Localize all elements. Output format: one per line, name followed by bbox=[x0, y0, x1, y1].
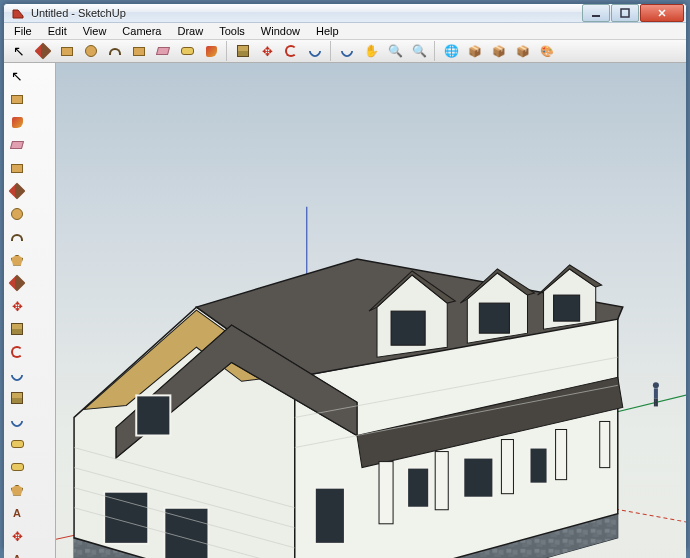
svg-point-23 bbox=[653, 382, 659, 388]
menu-edit[interactable]: Edit bbox=[40, 23, 75, 39]
follow-me-button[interactable] bbox=[6, 364, 28, 386]
svg-rect-0 bbox=[592, 15, 600, 17]
tape-icon bbox=[11, 463, 24, 471]
menu-draw[interactable]: Draw bbox=[169, 23, 211, 39]
menu-file[interactable]: File bbox=[6, 23, 40, 39]
box-icon: 📦 bbox=[468, 45, 482, 58]
rectangle-icon bbox=[61, 47, 73, 56]
svg-rect-14 bbox=[407, 468, 429, 508]
globe-icon: 🌐 bbox=[444, 44, 459, 58]
scale-button[interactable] bbox=[6, 387, 28, 409]
menu-tools[interactable]: Tools bbox=[211, 23, 253, 39]
3d-text-button[interactable]: A bbox=[6, 548, 28, 558]
svg-rect-16 bbox=[530, 448, 548, 484]
offset-button[interactable] bbox=[6, 410, 28, 432]
window-controls bbox=[581, 4, 684, 22]
rectangle-button[interactable] bbox=[6, 157, 28, 179]
cursor-icon: ↖ bbox=[11, 68, 23, 84]
make-component-button[interactable] bbox=[128, 40, 150, 62]
dimension-button[interactable] bbox=[6, 456, 28, 478]
get-models-button[interactable]: 📦 bbox=[464, 40, 486, 62]
line-button[interactable] bbox=[6, 180, 28, 202]
window-title: Untitled - SketchUp bbox=[31, 7, 581, 19]
zoom-button[interactable]: 🔍 bbox=[384, 40, 406, 62]
line-button[interactable] bbox=[32, 40, 54, 62]
rotate-icon bbox=[285, 45, 297, 57]
eraser-button[interactable] bbox=[152, 40, 174, 62]
make-component-button[interactable] bbox=[6, 88, 28, 110]
content-area: ↖✥A✥A✋🔍🔍↖🔍🚶👁🚶 bbox=[4, 63, 686, 558]
canvas-svg bbox=[56, 63, 686, 558]
svg-rect-13 bbox=[315, 488, 345, 544]
add-location-button[interactable]: 🌐 bbox=[440, 40, 462, 62]
model-viewport[interactable]: SnapFiles bbox=[56, 63, 686, 558]
paint-bucket-button[interactable] bbox=[200, 40, 222, 62]
arc-button[interactable] bbox=[6, 226, 28, 248]
svg-rect-4 bbox=[501, 440, 513, 494]
offset-button[interactable] bbox=[304, 40, 326, 62]
titlebar: Untitled - SketchUp bbox=[4, 4, 686, 23]
arc-button[interactable] bbox=[104, 40, 126, 62]
rotate-button[interactable] bbox=[280, 40, 302, 62]
orbit-icon bbox=[307, 43, 324, 60]
arc-icon bbox=[11, 234, 23, 241]
tape-icon bbox=[181, 47, 194, 55]
move-icon: ✥ bbox=[12, 529, 23, 544]
svg-rect-7 bbox=[391, 311, 425, 345]
menu-camera[interactable]: Camera bbox=[114, 23, 169, 39]
eraser-button[interactable] bbox=[6, 134, 28, 156]
circle-icon bbox=[11, 208, 23, 220]
axes-button[interactable]: ✥ bbox=[6, 525, 28, 547]
extension-warehouse-button[interactable]: 📦 bbox=[512, 40, 534, 62]
box-icon: 📦 bbox=[516, 45, 530, 58]
pencil-icon bbox=[35, 43, 52, 60]
select-button[interactable]: ↖ bbox=[8, 40, 30, 62]
push-pull-button[interactable] bbox=[232, 40, 254, 62]
separator bbox=[434, 41, 436, 61]
zoom-extents-button[interactable]: 🔍 bbox=[408, 40, 430, 62]
move-button[interactable]: ✥ bbox=[6, 295, 28, 317]
circle-button[interactable] bbox=[6, 203, 28, 225]
arc-icon bbox=[109, 48, 121, 55]
svg-rect-2 bbox=[379, 462, 393, 524]
tape-measure-button[interactable] bbox=[176, 40, 198, 62]
freehand-button[interactable] bbox=[6, 272, 28, 294]
rectangle-button[interactable] bbox=[56, 40, 78, 62]
menu-window[interactable]: Window bbox=[253, 23, 308, 39]
text-icon: A bbox=[13, 553, 21, 558]
paint-bucket-button[interactable] bbox=[6, 111, 28, 133]
layers-button[interactable]: 🎨 bbox=[536, 40, 558, 62]
upload-button[interactable]: 📦 bbox=[488, 40, 510, 62]
menu-view[interactable]: View bbox=[75, 23, 115, 39]
rotate-icon bbox=[11, 346, 23, 358]
move-button[interactable]: ✥ bbox=[256, 40, 278, 62]
paint-icon bbox=[12, 117, 23, 128]
pencil-icon bbox=[9, 183, 26, 200]
close-button[interactable] bbox=[640, 4, 684, 22]
pushpull-icon bbox=[11, 392, 23, 404]
text-button[interactable]: A bbox=[6, 502, 28, 524]
minimize-button[interactable] bbox=[582, 4, 610, 22]
svg-rect-6 bbox=[600, 421, 610, 467]
toolbar-left: ↖✥A✥A✋🔍🔍↖🔍🚶👁🚶 bbox=[4, 63, 56, 558]
menu-help[interactable]: Help bbox=[308, 23, 347, 39]
svg-rect-3 bbox=[435, 452, 448, 510]
select-button[interactable]: ↖ bbox=[6, 65, 28, 87]
protractor-button[interactable] bbox=[6, 479, 28, 501]
maximize-button[interactable] bbox=[611, 4, 639, 22]
tape-icon bbox=[11, 440, 24, 448]
text-icon: A bbox=[13, 507, 21, 519]
svg-rect-15 bbox=[463, 458, 493, 498]
circle-icon bbox=[85, 45, 97, 57]
tape-measure-button[interactable] bbox=[6, 433, 28, 455]
svg-rect-9 bbox=[554, 295, 580, 321]
pan-button[interactable]: ✋ bbox=[360, 40, 382, 62]
orbit-button[interactable] bbox=[336, 40, 358, 62]
push-pull-button[interactable] bbox=[6, 318, 28, 340]
orbit-icon bbox=[9, 413, 26, 430]
svg-rect-26 bbox=[656, 398, 658, 406]
polygon-button[interactable] bbox=[6, 249, 28, 271]
rotate-button[interactable] bbox=[6, 341, 28, 363]
circle-button[interactable] bbox=[80, 40, 102, 62]
pushpull-icon bbox=[11, 323, 23, 335]
